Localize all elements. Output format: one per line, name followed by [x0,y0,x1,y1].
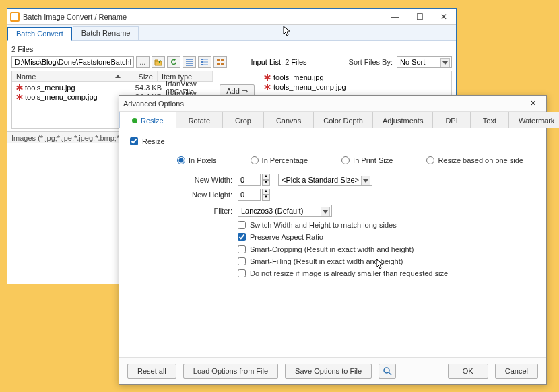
browse-button[interactable]: ... [136,56,150,68]
dialog-body: Resize In Pixels In Percentage In Print … [119,128,546,357]
file-count-label: 2 Files [11,44,452,56]
tab-color-depth[interactable]: Color Depth [313,112,373,128]
tab-text[interactable]: Text [470,112,509,128]
dialog-title: Advanced Options [123,100,523,108]
tab-resize[interactable]: Resize [119,112,176,128]
svg-rect-4 [201,64,203,65]
input-list-label: Input List: 2 Files [251,58,306,66]
thumbnails-icon [216,58,224,66]
minimize-button[interactable]: — [383,9,407,24]
resize-checkbox[interactable]: Resize [130,137,165,145]
list-icon [185,58,193,66]
window-titlebar: Batch Image Convert / Rename — ☐ ✕ [7,9,456,25]
up-folder-icon [154,58,162,66]
switch-wh-checkbox[interactable]: Switch Width and Height to match long si… [238,221,535,229]
smart-filling-checkbox[interactable]: Smart-Filling (Result in exact width and… [238,257,535,265]
radio-one-side[interactable]: Resize based on one side [426,156,523,164]
tab-canvas[interactable]: Canvas [263,112,314,128]
sort-value: No Sort [400,58,425,66]
load-options-button[interactable]: Load Options from File [183,364,278,379]
chevron-down-icon [440,58,450,67]
up-folder-button[interactable] [152,56,165,68]
new-width-label: New Width: [130,176,238,184]
dialog-tab-strip: Resize Rotate Crop Canvas Color Depth Ad… [119,112,546,128]
list-item[interactable]: tools_menu_comp.jpg [264,82,449,92]
new-height-input[interactable] [238,189,261,201]
details-icon [201,58,209,66]
width-spinner[interactable]: ▲▼ [262,174,270,186]
active-bullet-icon [132,118,137,123]
svg-point-10 [384,368,389,373]
svg-rect-9 [221,63,224,65]
cancel-button[interactable]: Cancel [495,364,538,379]
save-options-button[interactable]: Save Options to File [285,364,372,379]
preserve-aspect-checkbox[interactable]: Preserve Aspect Ratio [238,233,535,241]
svg-rect-8 [217,63,220,65]
svg-rect-5 [203,64,208,65]
col-name[interactable]: Name [12,71,125,81]
view-list-button[interactable] [183,56,196,68]
maximize-button[interactable]: ☐ [407,9,432,24]
svg-rect-2 [201,61,203,63]
standard-size-select[interactable]: <Pick a Standard Size> [278,174,372,186]
list-item[interactable]: tools_menu.jpg [264,73,449,82]
no-enlarge-checkbox[interactable]: Do not resize if image is already smalle… [238,269,535,277]
resize-mode-radios: In Pixels In Percentage In Print Size Re… [177,156,535,164]
chevron-down-icon [321,207,330,216]
image-icon [264,84,271,90]
svg-rect-6 [217,59,220,61]
height-spinner[interactable]: ▲▼ [262,189,270,201]
radio-in-print-size[interactable]: In Print Size [341,156,393,164]
app-icon [10,12,20,22]
sort-select[interactable]: No Sort [397,56,452,68]
tab-crop[interactable]: Crop [222,112,264,128]
main-tab-strip: Batch Convert Batch Rename [7,25,456,41]
svg-rect-7 [221,59,224,61]
preview-button[interactable] [379,364,396,379]
sort-by-label: Sort Files By: [349,58,393,66]
svg-rect-1 [203,59,208,60]
chevron-down-icon [361,176,370,185]
radio-in-percentage[interactable]: In Percentage [251,156,308,164]
tab-rotate[interactable]: Rotate [176,112,223,128]
close-button[interactable]: ✕ [432,9,456,24]
smart-cropping-checkbox[interactable]: Smart-Cropping (Result in exact width an… [238,245,535,253]
folder-path-input[interactable] [11,56,134,68]
image-icon [16,84,23,91]
dialog-footer: Reset all Load Options from File Save Op… [119,357,546,384]
new-width-input[interactable] [238,174,261,186]
dialog-close-button[interactable]: ✕ [523,96,542,111]
view-details-button[interactable] [198,56,211,68]
refresh-button[interactable] [167,56,180,68]
image-icon [264,74,271,81]
svg-rect-3 [203,61,208,63]
ok-button[interactable]: OK [448,364,488,379]
advanced-options-dialog: Advanced Options ✕ Resize Rotate Crop Ca… [119,95,547,385]
tab-watermark[interactable]: Watermark [508,112,559,128]
tab-batch-convert[interactable]: Batch Convert [7,27,72,41]
reset-all-button[interactable]: Reset all [127,364,176,379]
filter-select[interactable]: Lanczos3 (Default) [238,205,332,217]
image-icon [16,94,23,100]
magnifier-icon [383,366,392,376]
col-size[interactable]: Size [125,71,158,81]
window-title: Batch Image Convert / Rename [23,13,383,21]
tab-adjustments[interactable]: Adjustments [372,112,434,128]
dialog-titlebar: Advanced Options ✕ [119,96,546,112]
svg-rect-0 [201,59,203,60]
ellipsis-icon: ... [139,58,145,66]
filter-label: Filter: [130,207,238,215]
view-thumbnails-button[interactable] [213,56,227,68]
tab-batch-rename[interactable]: Batch Rename [73,26,139,40]
radio-in-pixels[interactable]: In Pixels [177,156,217,164]
new-height-label: New Height: [130,191,238,199]
path-row: ... Input List: 2 Files Sort Files By: [11,56,452,68]
tab-dpi[interactable]: DPI [432,112,470,128]
refresh-icon [170,58,178,66]
